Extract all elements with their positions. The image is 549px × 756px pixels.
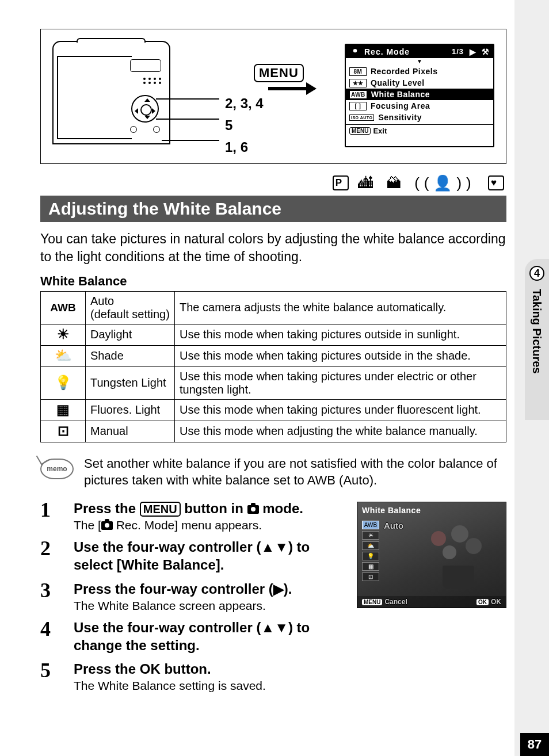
menu-chip-icon: MENU <box>362 599 382 605</box>
memo-text: Set another white balance if you are not… <box>84 455 506 489</box>
wb-desc-cell: Use this mode when adjusting the white b… <box>175 421 506 442</box>
controls-diagram: 2, 3, 4 5 1, 6 MENU Rec. Mode 1/3 ▶ ⚒ ▼ … <box>40 29 506 164</box>
wb-name-cell: Auto(default setting) <box>86 291 175 324</box>
menu-button-inline: MENU <box>140 502 181 517</box>
ok-button-inline: OK <box>140 661 161 677</box>
wb-option: ▦ <box>362 562 379 571</box>
rec-mode-menu-screen: Rec. Mode 1/3 ▶ ⚒ ▼ 8M Recorded Pixels ★… <box>345 44 494 147</box>
table-row: ☀DaylightUse this mode when taking pictu… <box>41 324 506 345</box>
wb-icon-cell: ☀ <box>41 324 86 345</box>
wb-option: ⛅ <box>362 541 379 550</box>
menu-item-quality-level: ★★ Quality Level <box>346 77 493 89</box>
memo-icon: memo <box>40 455 74 479</box>
heart-mode-icon: ♥ <box>488 175 504 190</box>
step-1: Press the MENU button in mode. The [ Rec… <box>40 499 346 532</box>
night-mode-icon: 🏙 <box>358 174 378 192</box>
four-way-controller-icon <box>131 95 159 123</box>
ok-chip-icon: OK <box>476 599 489 605</box>
wb-icon-cell: ▦ <box>41 399 86 421</box>
setup-icon: ⚒ <box>482 47 490 56</box>
callout-16: 1, 6 <box>225 136 264 158</box>
chapter-label: Taking Pictures <box>530 289 543 373</box>
intro-paragraph: You can take pictures in natural colors … <box>40 230 506 266</box>
camera-mode-icon <box>247 505 259 514</box>
wb-icon-cell: ⛅ <box>41 345 86 366</box>
rec-mode-title: Rec. Mode <box>364 47 410 56</box>
exit-label: Exit <box>373 127 387 135</box>
wb-icon-cell: ⊡ <box>41 421 86 442</box>
wb-desc-cell: The camera adjusts the white balance aut… <box>175 291 506 324</box>
diagram-callouts: 2, 3, 4 5 1, 6 <box>225 93 264 158</box>
applicable-modes-row: P 🏙 🏔 ((👤)) ♥ <box>40 173 506 192</box>
wb-desc-cell: Use this mode when taking pictures under… <box>175 399 506 421</box>
wb-option: 💡 <box>362 552 379 560</box>
wb-name-cell: Tungsten Light <box>86 366 175 399</box>
wb-option: ⊡ <box>362 572 379 581</box>
wb-option: AWB <box>362 521 379 529</box>
section-heading: Adjusting the White Balance <box>40 196 506 222</box>
cancel-label: Cancel <box>384 598 407 606</box>
callout-234: 2, 3, 4 <box>225 93 264 114</box>
step-5: Press the OK button. The White Balance s… <box>40 660 346 693</box>
white-balance-preview-screen: White Balance AWB☀⛅💡▦⊡ Auto MENU Cancel … <box>357 502 506 608</box>
wb-name-cell: Daylight <box>86 324 175 345</box>
portrait-mode-icon: ((👤)) <box>414 174 476 192</box>
wb-name-cell: Manual <box>86 421 175 442</box>
step-4: Use the four-way controller (▲▼) to chan… <box>40 618 346 654</box>
wb-selected-label: Auto <box>384 521 403 530</box>
chapter-number: 4 <box>529 266 544 281</box>
step-2: Use the four-way controller (▲▼) to sele… <box>40 538 346 574</box>
menu-item-sensitivity: ISO AUTO Sensitivity <box>346 112 493 123</box>
wb-desc-cell: Use this mode when taking pictures outsi… <box>175 324 506 345</box>
landscape-mode-icon: 🏔 <box>386 174 406 192</box>
table-row: ▦Fluores. LightUse this mode when taking… <box>41 399 506 421</box>
menu-item-white-balance: AWB White Balance <box>346 89 493 100</box>
menu-chip-icon: MENU <box>349 127 371 135</box>
ok-label: OK <box>491 598 501 606</box>
program-mode-icon: P <box>333 175 349 190</box>
white-balance-table: AWBAuto(default setting)The camera adjus… <box>40 291 506 442</box>
arrow-right-icon <box>268 87 308 90</box>
table-caption: White Balance <box>40 274 506 289</box>
menu-button-label: MENU <box>254 64 304 82</box>
table-row: ⛅ShadeUse this mode when taking pictures… <box>41 345 506 366</box>
camera-icon <box>349 47 361 56</box>
wb-desc-cell: Use this mode when taking pictures outsi… <box>175 345 506 366</box>
rec-mode-page: 1/3 <box>452 47 464 56</box>
table-row: 💡Tungsten LightUse this mode when taking… <box>41 366 506 399</box>
step-3: Press the four-way controller (▶). The W… <box>40 580 346 613</box>
wb-desc-cell: Use this mode when taking pictures under… <box>175 366 506 399</box>
sample-image <box>420 525 494 589</box>
callout-5: 5 <box>225 114 264 136</box>
menu-item-recorded-pixels: 8M Recorded Pixels <box>346 66 493 77</box>
table-row: AWBAuto(default setting)The camera adjus… <box>41 291 506 324</box>
wb-icon-cell: 💡 <box>41 366 86 399</box>
wb-icon-cell: AWB <box>41 291 86 324</box>
camera-mode-icon <box>101 521 113 530</box>
menu-item-focusing-area: [ ] Focusing Area <box>346 100 493 112</box>
wb-option-list: AWB☀⛅💡▦⊡ <box>362 521 379 581</box>
camera-illustration <box>52 41 170 144</box>
wb-name-cell: Shade <box>86 345 175 366</box>
chapter-tab: 4 Taking Pictures <box>525 259 549 420</box>
table-row: ⊡ManualUse this mode when adjusting the … <box>41 421 506 442</box>
wb-option: ☀ <box>362 531 379 540</box>
wb-name-cell: Fluores. Light <box>86 399 175 421</box>
page-number: 87 <box>520 733 549 756</box>
wb-screen-title: White Balance <box>362 506 421 515</box>
